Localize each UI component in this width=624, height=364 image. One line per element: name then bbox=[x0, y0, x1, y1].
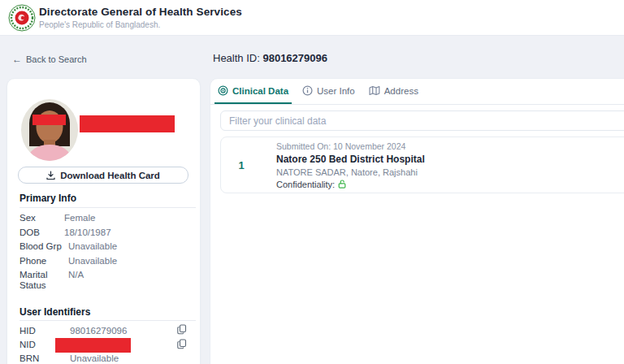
copy-icon bbox=[177, 339, 187, 349]
health-id-value: 98016279096 bbox=[262, 52, 327, 64]
info-label: BRN bbox=[20, 353, 60, 364]
app-header: Directorate General of Health Services P… bbox=[0, 0, 624, 36]
target-icon bbox=[218, 85, 228, 96]
record-number: 1 bbox=[221, 159, 262, 171]
info-value: Female bbox=[64, 213, 95, 223]
confidentiality-label: Confidentiality: bbox=[276, 180, 335, 189]
info-label: Phone bbox=[20, 256, 60, 266]
tab-clinical-data[interactable]: Clinical Data bbox=[214, 79, 292, 104]
patient-sidebar: Download Health Card Primary Info Sex Fe… bbox=[6, 78, 201, 364]
info-row-marital-status: Marital Status N/A bbox=[20, 270, 194, 292]
dghs-logo-icon bbox=[8, 4, 36, 32]
record-submitted-on: Submitted On: 10 November 2024 bbox=[276, 141, 425, 151]
copy-icon bbox=[177, 324, 187, 335]
info-label: HID bbox=[20, 326, 60, 336]
copy-nid-button[interactable] bbox=[176, 339, 188, 350]
info-value: 98016279096 bbox=[70, 326, 127, 336]
health-id: Health ID: 98016279096 bbox=[213, 52, 327, 64]
clinical-data-filter-input[interactable] bbox=[220, 110, 624, 131]
back-to-search-link[interactable]: ← Back to Search bbox=[12, 54, 87, 65]
photo-redaction-bar bbox=[32, 115, 66, 125]
record-facility-name: Natore 250 Bed District Hospital bbox=[276, 154, 425, 165]
record-details: Submitted On: 10 November 2024 Natore 25… bbox=[276, 141, 425, 189]
tab-label: User Info bbox=[317, 86, 355, 96]
record-location: NATORE SADAR, Natore, Rajshahi bbox=[276, 167, 425, 177]
clinical-record-card[interactable]: 1 Submitted On: 10 November 2024 Natore … bbox=[220, 136, 624, 193]
patient-name-redaction-bar bbox=[80, 115, 175, 132]
info-value: 18/10/1987 bbox=[64, 228, 111, 238]
info-value: N/A bbox=[68, 270, 84, 280]
info-label: Marital Status bbox=[20, 270, 57, 291]
divider bbox=[20, 320, 196, 321]
download-button-label: Download Health Card bbox=[60, 171, 160, 180]
download-health-card-button[interactable]: Download Health Card bbox=[18, 167, 188, 184]
tab-bar: Clinical Data User Info Address bbox=[210, 79, 624, 105]
divider bbox=[20, 207, 196, 208]
tab-label: Address bbox=[384, 86, 418, 96]
tab-address[interactable]: Address bbox=[366, 79, 422, 104]
back-to-search-label: Back to Search bbox=[26, 54, 87, 64]
info-value: Unavailable bbox=[68, 241, 117, 252]
user-identifiers-title: User Identifiers bbox=[20, 306, 90, 318]
tab-user-info[interactable]: User Info bbox=[299, 79, 358, 104]
info-label: Blood Grp bbox=[20, 241, 67, 252]
info-label: NID bbox=[20, 340, 60, 350]
info-value: Unavailable bbox=[70, 353, 119, 364]
info-label: DOB bbox=[20, 228, 60, 238]
info-value: Unavailable bbox=[68, 256, 117, 266]
copy-hid-button[interactable] bbox=[176, 324, 188, 336]
primary-info-title: Primary Info bbox=[20, 193, 76, 204]
back-arrow-icon: ← bbox=[12, 54, 22, 65]
download-icon bbox=[46, 171, 55, 180]
page-title: Directorate General of Health Services bbox=[39, 6, 242, 18]
page-subtitle: People's Republic of Bangladesh. bbox=[39, 20, 160, 29]
info-label: Sex bbox=[20, 213, 60, 223]
unlock-icon bbox=[338, 180, 346, 188]
record-confidentiality: Confidentiality: bbox=[276, 180, 425, 189]
tab-label: Clinical Data bbox=[232, 86, 288, 96]
patient-photo bbox=[21, 99, 78, 161]
main-content-panel: Clinical Data User Info Address 1 Submit… bbox=[210, 78, 624, 364]
info-icon bbox=[302, 85, 313, 96]
nid-redaction-bar bbox=[55, 338, 131, 353]
health-id-label: Health ID: bbox=[213, 52, 260, 64]
map-icon bbox=[369, 85, 380, 96]
